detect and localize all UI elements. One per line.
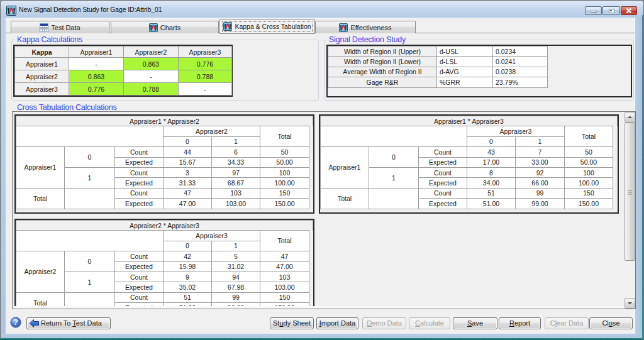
svg-text:?: ? [13,318,18,327]
